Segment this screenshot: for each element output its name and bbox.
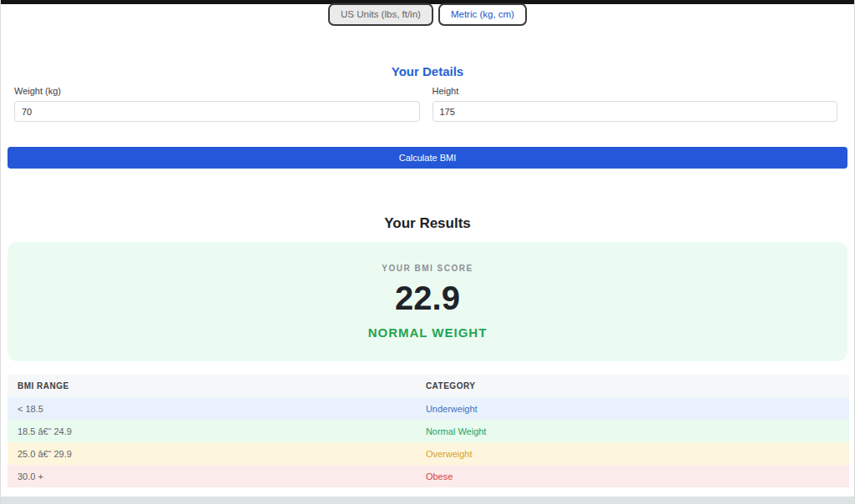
bmi-score-value: 22.9 [395,280,460,317]
table-row: 25.0 â€“ 29.9 Overweight [8,442,849,465]
height-input[interactable] [433,101,838,122]
calculate-bmi-button[interactable]: Calculate BMI [8,147,847,169]
details-section-title: Your Details [1,64,854,78]
details-form: Weight (kg) Height [14,86,837,122]
bottom-border-bar [1,496,854,504]
weight-input[interactable] [14,101,420,122]
table-header-row: BMI RANGE CATEGORY [8,375,849,397]
bmi-range-table: BMI RANGE CATEGORY < 18.5 Underweight 18… [8,375,849,487]
bmi-category-cell: Obese [416,465,849,487]
height-label: Height [433,86,838,96]
bmi-table-body: < 18.5 Underweight 18.5 â€“ 24.9 Normal … [8,397,849,487]
bmi-score-label: YOUR BMI SCORE [382,264,473,273]
height-field-group: Height [433,86,838,122]
results-section-title: Your Results [1,215,854,232]
bmi-category-cell: Normal Weight [416,420,849,442]
bmi-range-cell: 30.0 + [8,465,416,487]
bmi-category-result: NORMAL WEIGHT [368,325,488,340]
us-units-toggle-button[interactable]: US Units (lbs, ft/in) [328,3,433,26]
bmi-category-cell: Underweight [416,397,849,420]
table-row: 18.5 â€“ 24.9 Normal Weight [8,420,849,442]
bmi-range-cell: 18.5 â€“ 24.9 [8,420,416,442]
bmi-range-cell: < 18.5 [8,397,416,420]
metric-units-toggle-button[interactable]: Metric (kg, cm) [438,3,527,26]
weight-label: Weight (kg) [14,86,420,96]
bmi-result-card: YOUR BMI SCORE 22.9 NORMAL WEIGHT [8,242,847,361]
table-row: 30.0 + Obese [8,465,849,487]
bmi-range-header: BMI RANGE [8,375,416,397]
bmi-category-cell: Overweight [416,442,849,465]
bmi-range-cell: 25.0 â€“ 29.9 [8,442,416,465]
table-row: < 18.5 Underweight [8,397,849,420]
bmi-calculator-page: US Units (lbs, ft/in) Metric (kg, cm) Yo… [0,0,855,504]
category-header: CATEGORY [416,375,849,397]
weight-field-group: Weight (kg) [14,86,420,122]
units-toggle-group: US Units (lbs, ft/in) Metric (kg, cm) [1,3,854,26]
